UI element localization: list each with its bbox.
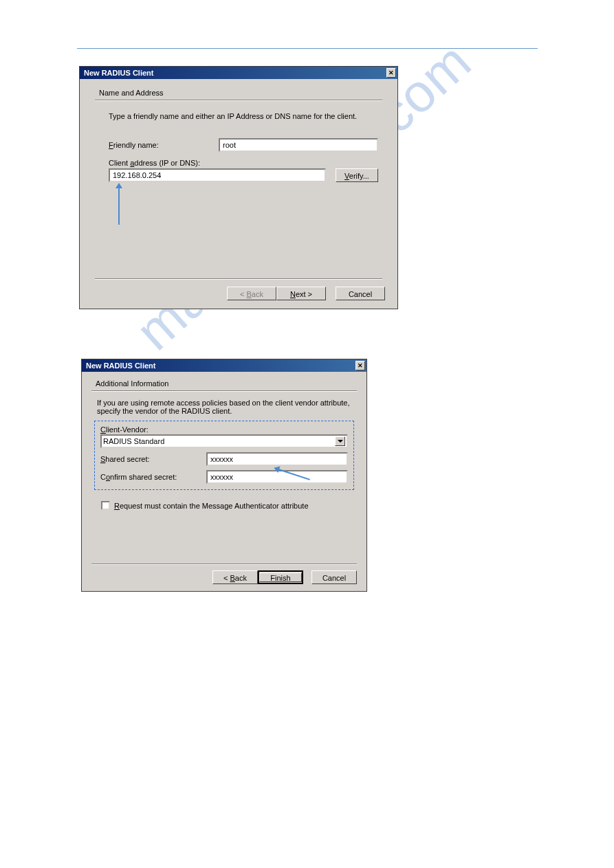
client-address-label: Client address (IP or DNS): (80, 152, 397, 168)
friendly-name-label: FFriendly name:riendly name: (109, 141, 219, 149)
client-vendor-select[interactable]: RADIUS Standard (100, 434, 348, 448)
message-authenticator-label: Request must contain the Message Authent… (114, 502, 309, 510)
message-authenticator-checkbox[interactable] (101, 501, 110, 510)
page-header-rule (77, 48, 538, 49)
instruction-text: Type a friendly name and either an IP Ad… (80, 101, 397, 120)
next-button[interactable]: Next > (276, 287, 326, 300)
client-address-input[interactable] (109, 168, 326, 182)
client-vendor-label: Client-Vendor: (100, 424, 348, 434)
titlebar: New RADIUS Client ✕ (82, 359, 366, 372)
titlebar: New RADIUS Client ✕ (80, 67, 397, 79)
cancel-button[interactable]: Cancel (311, 570, 357, 584)
shared-secret-label: Shared secret: (100, 455, 204, 463)
new-radius-client-dialog-step2: New RADIUS Client ✕ Additional Informati… (81, 359, 367, 592)
shared-secret-input[interactable] (206, 452, 348, 466)
verify-button[interactable]: Verify... (336, 168, 378, 182)
annotation-arrow-icon (118, 188, 120, 225)
finish-button[interactable]: Finish (258, 570, 303, 584)
close-icon[interactable]: ✕ (386, 68, 396, 78)
highlighted-fields-group: Client-Vendor: RADIUS Standard Shared se… (94, 421, 354, 490)
cancel-button[interactable]: Cancel (336, 287, 385, 300)
back-button[interactable]: < Back (212, 570, 258, 584)
chevron-down-icon[interactable] (335, 436, 345, 446)
section-heading: Additional Information (82, 372, 366, 390)
new-radius-client-dialog-step1: New RADIUS Client ✕ Name and Address Typ… (79, 66, 398, 309)
back-button: < Back (227, 287, 276, 300)
friendly-name-input[interactable] (219, 138, 378, 152)
client-vendor-value: RADIUS Standard (103, 437, 164, 445)
close-icon[interactable]: ✕ (355, 361, 365, 370)
section-heading: Name and Address (80, 79, 397, 100)
dialog-title: New RADIUS Client (84, 69, 153, 77)
instruction-text: If you are using remote access policies … (82, 392, 366, 419)
dialog-title: New RADIUS Client (86, 361, 155, 370)
confirm-secret-label: Confirm shared secret: (100, 473, 204, 481)
